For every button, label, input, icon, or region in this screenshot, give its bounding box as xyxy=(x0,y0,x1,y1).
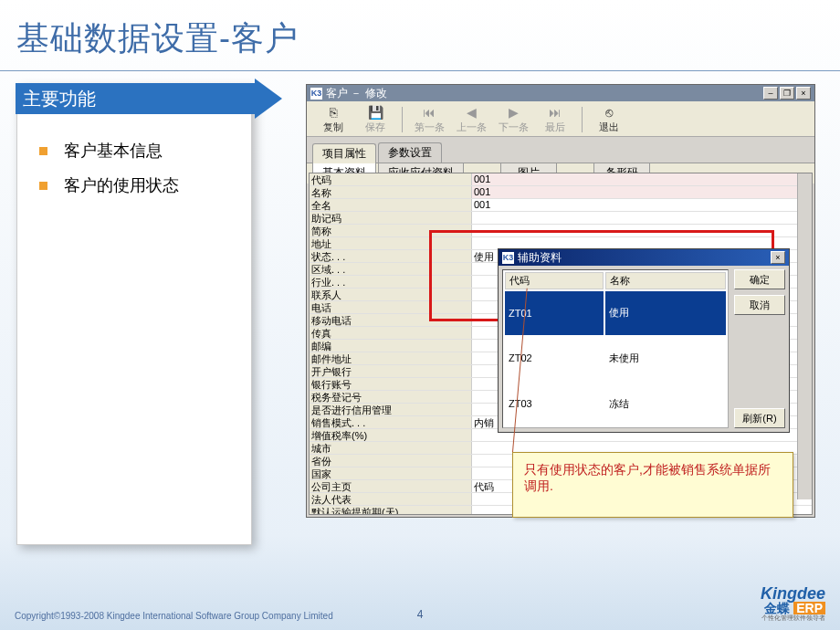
上一条-icon: ◀ xyxy=(464,105,478,120)
callout-note: 只有使用状态的客户,才能被销售系统单据所调用. xyxy=(512,452,793,518)
field-label: 是否进行信用管理 xyxy=(310,404,472,415)
main-tabs: 项目属性参数设置 xyxy=(307,137,814,163)
list-item[interactable]: ZT02未使用 xyxy=(505,337,726,381)
toolbar: ⎘复制💾保存⏮第一条◀上一条▶下一条⏭最后⎋退出 xyxy=(307,101,814,137)
field-value[interactable]: 001 xyxy=(472,173,812,185)
field-label: 移动电话 xyxy=(310,314,472,326)
field-label: 全名 xyxy=(310,199,472,211)
tab-参数设置[interactable]: 参数设置 xyxy=(378,142,442,163)
minimize-button[interactable]: – xyxy=(763,87,778,100)
field-label: 状态. . . xyxy=(310,250,472,262)
field-label: 公司主页 xyxy=(310,480,472,492)
field-label: 区域. . . xyxy=(310,263,472,275)
复制-icon: ⎘ xyxy=(326,105,341,120)
col-header[interactable]: 代码 xyxy=(505,272,604,289)
copyright: Copyright©1993-2008 Kingdee Internationa… xyxy=(15,611,333,621)
field-label: 省份 xyxy=(310,455,472,467)
bullet-icon xyxy=(39,147,47,155)
window-title: 客户 － 修改 xyxy=(326,86,387,101)
form-row[interactable]: 名称001 xyxy=(310,186,812,199)
title-divider xyxy=(0,70,840,71)
field-label: 助记码 xyxy=(310,212,472,224)
scrollbar[interactable] xyxy=(797,173,812,499)
logo: Kingdee 金蝶 ERP 个性化管理软件领导者 xyxy=(761,585,825,621)
list-item[interactable]: ZT01使用 xyxy=(505,291,726,335)
field-label: 行业. . . xyxy=(310,276,472,288)
field-value[interactable] xyxy=(472,225,812,236)
field-label: 税务登记号 xyxy=(310,391,472,403)
form-row[interactable]: 全名001 xyxy=(310,199,812,212)
toolbar-退出-button[interactable]: ⎋退出 xyxy=(590,105,628,134)
close-button[interactable]: × xyxy=(796,87,811,100)
footer: Copyright©1993-2008 Kingdee Internationa… xyxy=(15,585,825,621)
toolbar-第一条-button: ⏮第一条 xyxy=(410,105,448,134)
app-icon: K3 xyxy=(310,88,322,100)
ok-button[interactable]: 确定 xyxy=(734,269,785,289)
field-label: 默认运输提前期(天) xyxy=(310,506,472,515)
sidebar-panel: 主要功能 客户基本信息 客户的使用状态 xyxy=(16,84,252,545)
toolbar-下一条-button: ▶下一条 xyxy=(494,105,532,134)
close-button[interactable]: × xyxy=(771,251,785,264)
refresh-button[interactable]: 刷新(R) xyxy=(734,408,785,428)
field-label: 邮编 xyxy=(310,340,472,352)
form-row[interactable]: 助记码 xyxy=(310,212,812,225)
list-item[interactable]: ZT03冻结 xyxy=(505,382,726,425)
最后-icon: ⏭ xyxy=(548,105,562,120)
field-label: 银行账号 xyxy=(310,378,472,390)
bullet-list: 客户基本信息 客户的使用状态 xyxy=(17,114,251,196)
field-label: 传真 xyxy=(310,327,472,339)
field-label: 简称 xyxy=(310,225,472,236)
bullet-item: 客户基本信息 xyxy=(39,140,251,162)
field-label: 电话 xyxy=(310,301,472,313)
bullet-icon xyxy=(39,182,47,190)
field-label: 城市 xyxy=(310,442,472,454)
page-title: 基础数据设置-客户 xyxy=(0,0,840,61)
sidebar-header: 主要功能 xyxy=(16,83,291,114)
field-label: 国家 xyxy=(310,467,472,479)
第一条-icon: ⏮ xyxy=(422,105,436,120)
form-row[interactable]: 简称 xyxy=(310,225,812,237)
field-value[interactable]: 001 xyxy=(472,186,812,198)
form-row[interactable]: 代码001 xyxy=(310,173,812,186)
bullet-item: 客户的使用状态 xyxy=(39,174,251,196)
field-value[interactable]: 001 xyxy=(472,199,812,211)
toolbar-最后-button: ⏭最后 xyxy=(536,105,574,134)
popup-titlebar[interactable]: K3 辅助资料 × xyxy=(499,249,789,266)
toolbar-保存-button: 💾保存 xyxy=(356,105,394,134)
app-icon: K3 xyxy=(502,252,514,264)
popup-title: 辅助资料 xyxy=(518,250,562,266)
field-label: 名称 xyxy=(310,186,472,198)
下一条-icon: ▶ xyxy=(506,105,520,120)
field-label: 地址 xyxy=(310,237,472,249)
maximize-button[interactable]: ❐ xyxy=(780,87,794,100)
field-label: 增值税率(%) xyxy=(310,429,472,441)
field-label: 法人代表 xyxy=(310,493,472,505)
tab-项目属性[interactable]: 项目属性 xyxy=(312,143,376,163)
toolbar-复制-button[interactable]: ⎘复制 xyxy=(314,105,352,134)
保存-icon: 💾 xyxy=(368,105,383,120)
field-label: 邮件地址 xyxy=(310,352,472,364)
退出-icon: ⎋ xyxy=(602,105,616,120)
cancel-button[interactable]: 取消 xyxy=(734,295,785,315)
col-header[interactable]: 名称 xyxy=(605,272,726,289)
page-number: 4 xyxy=(417,608,424,621)
field-label: 开户银行 xyxy=(310,365,472,377)
field-value[interactable] xyxy=(472,212,812,224)
popup-list[interactable]: 代码 名称 ZT01使用ZT02未使用ZT03冻结 xyxy=(502,269,729,428)
toolbar-上一条-button: ◀上一条 xyxy=(452,105,490,134)
field-label: 销售模式. . . xyxy=(310,416,472,428)
arrow-icon xyxy=(255,79,282,119)
field-label: 联系人 xyxy=(310,289,472,300)
window-titlebar[interactable]: K3 客户 － 修改 – ❐ × xyxy=(307,85,814,101)
field-label: 代码 xyxy=(310,173,472,185)
aux-data-popup: K3 辅助资料 × 代码 名称 ZT01使用ZT02未使用ZT03冻结 确定 取… xyxy=(498,248,790,433)
